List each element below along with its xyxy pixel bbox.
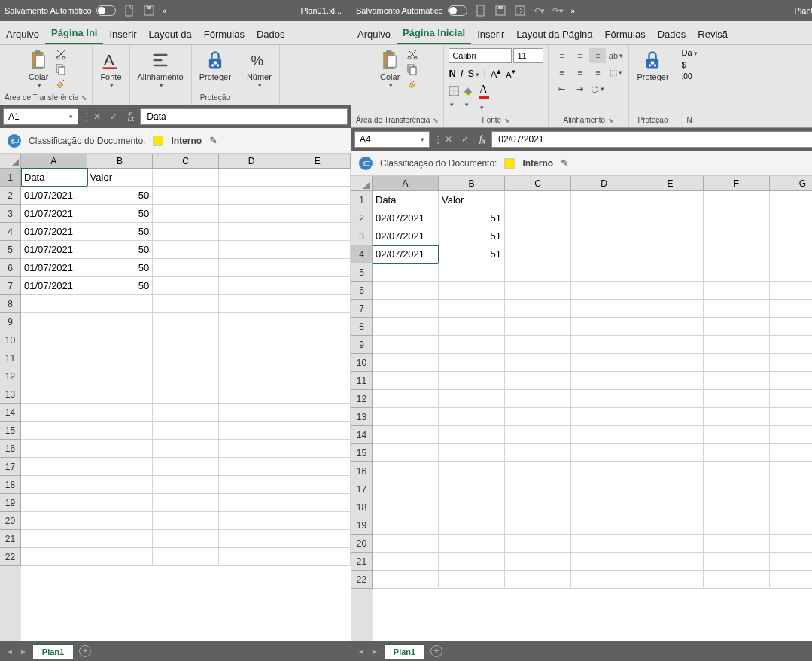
row-header[interactable]: 8 xyxy=(0,295,21,313)
row-header[interactable]: 20 xyxy=(351,535,373,553)
cell[interactable] xyxy=(219,367,285,385)
indent-increase-icon[interactable]: ⇥ xyxy=(571,81,588,96)
row-header[interactable]: 15 xyxy=(0,422,21,440)
font-size-select[interactable] xyxy=(513,48,543,63)
cell[interactable] xyxy=(219,548,285,566)
cell[interactable] xyxy=(770,480,812,498)
cell[interactable] xyxy=(704,191,770,209)
cell[interactable]: 02/07/2021 xyxy=(373,245,439,263)
cell[interactable] xyxy=(21,404,87,422)
cell[interactable] xyxy=(21,331,87,349)
cell[interactable] xyxy=(284,349,351,367)
cell[interactable] xyxy=(505,300,571,318)
row-header[interactable]: 19 xyxy=(0,494,21,512)
cell[interactable] xyxy=(284,241,351,259)
cell[interactable] xyxy=(219,187,285,205)
row-header[interactable]: 11 xyxy=(0,349,21,367)
cell[interactable] xyxy=(153,169,219,187)
cell[interactable] xyxy=(770,390,812,408)
cell[interactable]: 01/07/2021 xyxy=(21,187,87,205)
cell[interactable] xyxy=(373,336,439,354)
cell[interactable] xyxy=(21,422,87,440)
row-header[interactable]: 22 xyxy=(0,548,21,566)
cell[interactable] xyxy=(637,227,704,245)
cell[interactable] xyxy=(571,516,637,535)
cell[interactable] xyxy=(219,494,285,512)
cell[interactable] xyxy=(770,227,812,245)
row-header[interactable]: 8 xyxy=(351,318,373,336)
cell[interactable] xyxy=(637,390,704,408)
cell[interactable] xyxy=(153,313,219,331)
cell[interactable] xyxy=(571,282,637,300)
cell[interactable] xyxy=(704,462,770,480)
formula-input[interactable]: 02/07/2021 xyxy=(491,131,812,148)
cell[interactable] xyxy=(505,318,571,336)
cell[interactable] xyxy=(704,480,770,498)
cell[interactable] xyxy=(284,367,351,385)
cell[interactable] xyxy=(284,277,351,295)
cell[interactable] xyxy=(87,494,154,512)
cell[interactable] xyxy=(571,498,637,516)
cell[interactable] xyxy=(571,354,637,372)
row-header[interactable]: 13 xyxy=(0,385,21,404)
cell[interactable] xyxy=(439,372,505,390)
cell[interactable] xyxy=(219,169,285,187)
menu-revisao[interactable]: Revisã xyxy=(692,24,734,44)
cell[interactable] xyxy=(505,282,571,300)
cell[interactable] xyxy=(373,498,439,516)
cell[interactable] xyxy=(704,227,770,245)
cell[interactable] xyxy=(505,408,571,426)
column-header[interactable]: F xyxy=(704,176,770,191)
row-header[interactable]: 20 xyxy=(0,512,21,530)
cell[interactable] xyxy=(770,571,812,589)
tab-nav-prev[interactable]: ◄ xyxy=(357,647,365,656)
column-header[interactable]: C xyxy=(153,154,219,169)
number-format-select[interactable]: Da xyxy=(682,48,698,57)
menu-inserir[interactable]: Inserir xyxy=(471,24,510,44)
paste-button[interactable]: Colar xyxy=(25,48,52,90)
cell[interactable] xyxy=(770,282,812,300)
row-header[interactable]: 15 xyxy=(351,444,373,462)
cell[interactable] xyxy=(284,223,351,241)
underline-button[interactable]: S xyxy=(467,68,479,79)
row-header[interactable]: 12 xyxy=(351,390,373,408)
cell[interactable] xyxy=(770,300,812,318)
cell[interactable] xyxy=(21,295,87,313)
cell[interactable] xyxy=(770,408,812,426)
cell[interactable] xyxy=(505,390,571,408)
cell[interactable]: 50 xyxy=(87,205,154,223)
cell[interactable]: 51 xyxy=(439,245,505,263)
cell[interactable] xyxy=(571,245,637,263)
cell[interactable] xyxy=(704,426,770,444)
cell[interactable] xyxy=(373,426,439,444)
cell[interactable] xyxy=(87,422,154,440)
cell[interactable] xyxy=(704,408,770,426)
cell[interactable] xyxy=(284,169,351,187)
cell[interactable] xyxy=(439,498,505,516)
add-sheet-button[interactable]: + xyxy=(79,645,91,657)
cell[interactable] xyxy=(704,245,770,263)
menu-layout[interactable]: Layout da xyxy=(143,24,198,44)
row-header[interactable]: 6 xyxy=(351,282,373,300)
menu-dados[interactable]: Dados xyxy=(652,24,692,44)
cell[interactable] xyxy=(153,476,219,494)
cell[interactable] xyxy=(219,331,285,349)
row-header[interactable]: 5 xyxy=(0,241,21,259)
cell[interactable] xyxy=(153,548,219,566)
cell[interactable] xyxy=(87,349,154,367)
cell[interactable] xyxy=(87,530,154,548)
cell[interactable] xyxy=(505,498,571,516)
indent-decrease-icon[interactable]: ⇤ xyxy=(553,81,570,96)
cell[interactable]: 50 xyxy=(87,277,154,295)
cell[interactable] xyxy=(284,422,351,440)
wrap-text-button[interactable]: ab xyxy=(607,48,624,63)
cell[interactable] xyxy=(505,263,571,282)
cell[interactable] xyxy=(505,245,571,263)
edit-classification-icon[interactable]: ✎ xyxy=(209,135,217,146)
cell[interactable] xyxy=(373,282,439,300)
font-button[interactable]: A Fonte xyxy=(97,48,124,90)
cell[interactable] xyxy=(571,571,637,589)
cell[interactable] xyxy=(637,336,704,354)
cell[interactable] xyxy=(153,440,219,458)
cell[interactable] xyxy=(373,372,439,390)
